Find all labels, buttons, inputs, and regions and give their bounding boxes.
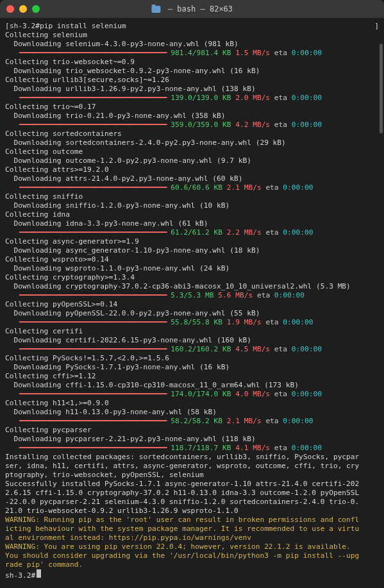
progress-stats: 5.3/5.3 MB 5.6 MB/s eta 0:00:00	[166, 291, 305, 300]
warning-line: WARNING: Running pip as the 'root' user …	[5, 516, 379, 525]
warning-line: WARNING: You are using pip version 22.0.…	[5, 542, 379, 551]
progress-line: ━━━━━━━━━━━━━━━━━━━━━━━━━━━━━━━━━━━━━━━━…	[5, 390, 379, 399]
progress-line: ━━━━━━━━━━━━━━━━━━━━━━━━━━━━━━━━━━━━━━━━…	[5, 291, 379, 300]
progress-stats: 981.4/981.4 KB 1.5 MB/s eta 0:00:00	[166, 49, 322, 58]
output-line: Downloading h11-0.13.0-py3-none-any.whl …	[5, 408, 379, 417]
traffic-lights	[6, 5, 40, 13]
progress-stats: 160.2/160.2 KB 4.5 MB/s eta 0:00:00	[166, 345, 322, 354]
output-line: Collecting attrs>=19.2.0	[5, 165, 379, 174]
output-line: Downloading wsproto-1.1.0-py3-none-any.w…	[5, 264, 379, 273]
final-prompt: sh-3.2#	[5, 571, 35, 580]
folder-icon	[151, 6, 160, 13]
output-line: 21.0 trio-websocket-0.9.2 urllib3-1.26.9…	[5, 507, 379, 516]
output-line: Collecting cffi>=1.12	[5, 372, 379, 381]
warning-line: icting behaviour with the system package…	[5, 525, 379, 533]
progress-line: ━━━━━━━━━━━━━━━━━━━━━━━━━━━━━━━━━━━━━━━━…	[5, 228, 379, 237]
output-line: ptography, trio-websocket, pyOpenSSL, se…	[5, 471, 379, 480]
output-line: 2.6.15 cffi-1.15.0 cryptography-37.0.2 h…	[5, 489, 379, 498]
warning-line: You should consider upgrading via the '/…	[5, 551, 379, 560]
output-line: Collecting async-generator>=1.9	[5, 237, 379, 246]
output-line: Collecting outcome	[5, 147, 379, 156]
output-line: Downloading attrs-21.4.0-py2.py3-none-an…	[5, 174, 379, 183]
progress-stats: 61.2/61.2 KB 2.2 MB/s eta 0:00:00	[166, 228, 313, 237]
progress-stats: 359.0/359.0 KB 4.2 MB/s eta 0:00:00	[166, 121, 322, 130]
output-line: Installing collected packages: sortedcon…	[5, 453, 379, 462]
output-line: Collecting selenium	[5, 31, 379, 40]
output-line: Collecting pycparser	[5, 426, 379, 435]
output-line: Downloading trio_websocket-0.9.2-py3-non…	[5, 67, 379, 76]
output-line: Successfully installed PySocks-1.7.1 asy…	[5, 480, 379, 489]
output-line: Downloading idna-3.3-py3-none-any.whl (6…	[5, 219, 379, 228]
terminal-output: Collecting selenium Downloading selenium…	[5, 31, 379, 569]
warning-line: rade pip' command.	[5, 560, 379, 569]
output-line: Downloading urllib3-1.26.9-py2.py3-none-…	[5, 85, 379, 94]
output-line: Collecting cryptography>=1.3.4	[5, 273, 379, 282]
output-line: Downloading selenium-4.3.0-py3-none-any.…	[5, 40, 379, 49]
warning-line: al environment instead: https://pip.pypa…	[5, 533, 379, 542]
progress-line: ━━━━━━━━━━━━━━━━━━━━━━━━━━━━━━━━━━━━━━━━…	[5, 444, 379, 453]
typed-command: pip install selenium	[40, 22, 126, 31]
output-line: Downloading cffi-1.15.0-cp310-cp310-maco…	[5, 381, 379, 390]
output-line: Collecting idna	[5, 210, 379, 219]
progress-line: ━━━━━━━━━━━━━━━━━━━━━━━━━━━━━━━━━━━━━━━━…	[5, 183, 379, 192]
output-line: Downloading outcome-1.2.0-py2.py3-none-a…	[5, 156, 379, 165]
output-line: Collecting wsproto>=0.14	[5, 255, 379, 264]
output-line: Collecting sniffio	[5, 192, 379, 201]
output-line: Collecting sortedcontainers	[5, 130, 379, 139]
close-icon[interactable]	[6, 5, 14, 13]
output-line: ser, idna, h11, certifi, attrs, async-ge…	[5, 462, 379, 471]
output-line: Downloading trio-0.21.0-py3-none-any.whl…	[5, 112, 379, 121]
output-line: Collecting h11<1,>=0.9.0	[5, 399, 379, 408]
terminal-window: — bash — 82×63 [sh-3.2# pip install sele…	[0, 0, 384, 588]
progress-stats: 60.6/60.6 KB 2.1 MB/s eta 0:00:00	[166, 183, 313, 192]
maximize-icon[interactable]	[32, 5, 40, 13]
progress-stats: 118.7/118.7 KB 4.1 MB/s eta 0:00:00	[166, 444, 322, 453]
output-line: Downloading async_generator-1.10-py3-non…	[5, 246, 379, 255]
final-prompt-line: sh-3.2#	[5, 569, 379, 580]
window-title: — bash — 82×63	[151, 4, 233, 14]
progress-line: ━━━━━━━━━━━━━━━━━━━━━━━━━━━━━━━━━━━━━━━━…	[5, 49, 379, 58]
output-line: Downloading certifi-2022.6.15-py3-none-a…	[5, 336, 379, 345]
progress-line: ━━━━━━━━━━━━━━━━━━━━━━━━━━━━━━━━━━━━━━━━…	[5, 345, 379, 354]
scrollbar[interactable]	[380, 44, 383, 133]
output-line: -22.0.0 pycparser-2.21 selenium-4.3.0 sn…	[5, 498, 379, 507]
progress-line: ━━━━━━━━━━━━━━━━━━━━━━━━━━━━━━━━━━━━━━━━…	[5, 121, 379, 130]
progress-stats: 55.8/55.8 KB 1.9 MB/s eta 0:00:00	[166, 318, 313, 327]
prompt: sh-3.2#	[10, 22, 40, 31]
minimize-icon[interactable]	[19, 5, 27, 13]
cursor	[37, 569, 41, 578]
output-line: Collecting trio-websocket~=0.9	[5, 58, 379, 67]
title-suffix: — bash — 82×63	[168, 4, 233, 14]
title-bar[interactable]: — bash — 82×63	[0, 0, 384, 18]
output-line: Collecting certifi	[5, 327, 379, 336]
output-line: Collecting PySocks!=1.5.7,<2.0,>=1.5.6	[5, 354, 379, 363]
command-line: [sh-3.2# pip install selenium]	[5, 22, 379, 31]
progress-stats: 174.0/174.0 KB 4.0 MB/s eta 0:00:00	[166, 390, 322, 399]
progress-line: ━━━━━━━━━━━━━━━━━━━━━━━━━━━━━━━━━━━━━━━━…	[5, 318, 379, 327]
progress-stats: 58.2/58.2 KB 2.1 MB/s eta 0:00:00	[166, 417, 313, 426]
output-line: Collecting trio~=0.17	[5, 103, 379, 112]
output-line: Downloading sniffio-1.2.0-py3-none-any.w…	[5, 201, 379, 210]
output-line: Downloading pyOpenSSL-22.0.0-py2.py3-non…	[5, 309, 379, 318]
output-line: Collecting pyOpenSSL>=0.14	[5, 300, 379, 309]
progress-line: ━━━━━━━━━━━━━━━━━━━━━━━━━━━━━━━━━━━━━━━━…	[5, 417, 379, 426]
output-line: Downloading cryptography-37.0.2-cp36-abi…	[5, 282, 379, 291]
output-line: Collecting urllib3[secure,socks]~=1.26	[5, 76, 379, 85]
progress-line: ━━━━━━━━━━━━━━━━━━━━━━━━━━━━━━━━━━━━━━━━…	[5, 94, 379, 103]
output-line: Downloading PySocks-1.7.1-py3-none-any.w…	[5, 363, 379, 372]
output-line: Downloading sortedcontainers-2.4.0-py2.p…	[5, 139, 379, 147]
output-line: Downloading pycparser-2.21-py2.py3-none-…	[5, 435, 379, 444]
terminal-body[interactable]: [sh-3.2# pip install selenium] Collectin…	[0, 18, 384, 588]
progress-stats: 139.0/139.0 KB 2.0 MB/s eta 0:00:00	[166, 94, 322, 103]
